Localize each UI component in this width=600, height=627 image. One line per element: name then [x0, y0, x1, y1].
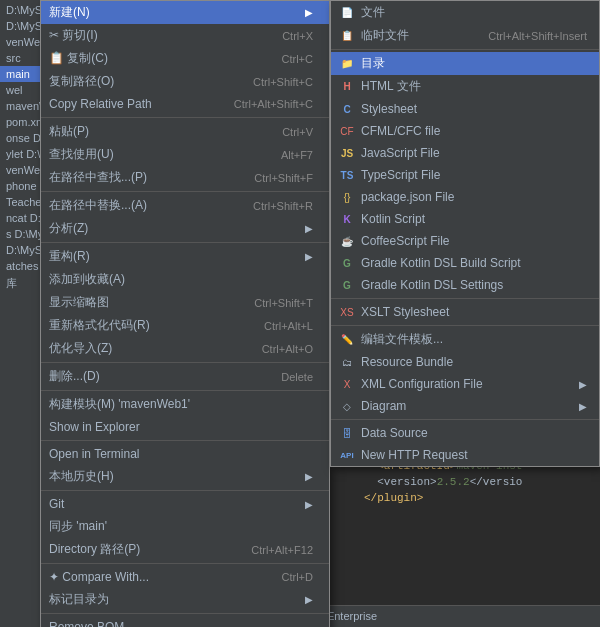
sub-menu-label-8: package.json File: [361, 190, 587, 204]
sub-menu-item-7[interactable]: TSTypeScript File: [331, 164, 599, 186]
pkg-icon: {}: [339, 189, 355, 205]
menu-item-label-21: 同步 'main': [49, 518, 313, 535]
sub-menu-item-19[interactable]: APINew HTTP Request: [331, 444, 599, 466]
menu-item-label-19: 本地历史(H): [49, 468, 297, 485]
sub-menu-item-9[interactable]: KKotlin Script: [331, 208, 599, 230]
html-icon: H: [339, 79, 355, 95]
menu-item-15[interactable]: 删除...(D)Delete: [41, 365, 329, 388]
menu-item-16[interactable]: 构建模块(M) 'mavenWeb1': [41, 393, 329, 416]
menu-item-11[interactable]: 添加到收藏(A): [41, 268, 329, 291]
menu-item-5[interactable]: 粘贴(P)Ctrl+V: [41, 120, 329, 143]
sub-shortcut-1: Ctrl+Alt+Shift+Insert: [488, 30, 587, 42]
menu-item-10[interactable]: 重构(R)▶: [41, 245, 329, 268]
css-icon: C: [339, 101, 355, 117]
sub-menu-label-11: Gradle Kotlin DSL Build Script: [361, 256, 587, 270]
sub-menu-label-4: Stylesheet: [361, 102, 587, 116]
sub-menu-item-4[interactable]: CStylesheet: [331, 98, 599, 120]
sub-menu-item-17[interactable]: ◇Diagram▶: [331, 395, 599, 417]
sub-menu-label-0: 文件: [361, 4, 587, 21]
sub-menu-item-0[interactable]: 📄文件: [331, 1, 599, 24]
cfml-icon: CF: [339, 123, 355, 139]
menu-arrow-icon-19: ▶: [305, 471, 313, 482]
menu-item-shortcut-6: Alt+F7: [281, 149, 313, 161]
menu-separator: [41, 613, 329, 614]
sub-menu-item-16[interactable]: XXML Configuration File▶: [331, 373, 599, 395]
menu-item-14[interactable]: 优化导入(Z)Ctrl+Alt+O: [41, 337, 329, 360]
sub-menu-item-18[interactable]: 🗄Data Source: [331, 422, 599, 444]
menu-item-6[interactable]: 查找使用(U)Alt+F7: [41, 143, 329, 166]
menu-item-label-8: 在路径中替换...(A): [49, 197, 233, 214]
resource-icon: 🗂: [339, 354, 355, 370]
sub-menu-item-6[interactable]: JSJavaScript File: [331, 142, 599, 164]
menu-item-24[interactable]: 标记目录为▶: [41, 588, 329, 611]
menu-item-label-3: 复制路径(O): [49, 73, 233, 90]
js-icon: JS: [339, 145, 355, 161]
sub-menu-label-10: CoffeeScript File: [361, 234, 587, 248]
menu-item-13[interactable]: 重新格式化代码(R)Ctrl+Alt+L: [41, 314, 329, 337]
menu-item-20[interactable]: Git▶: [41, 493, 329, 515]
menu-item-3[interactable]: 复制路径(O)Ctrl+Shift+C: [41, 70, 329, 93]
sub-menu-label-6: JavaScript File: [361, 146, 587, 160]
menu-item-label-25: Remove BOM: [49, 620, 313, 627]
menu-separator: [41, 242, 329, 243]
xslt-icon: XS: [339, 304, 355, 320]
sub-menu-label-12: Gradle Kotlin DSL Settings: [361, 278, 587, 292]
sub-menu-item-14[interactable]: ✏️编辑文件模板...: [331, 328, 599, 351]
sub-menu-item-10[interactable]: ☕CoffeeScript File: [331, 230, 599, 252]
sub-menu-label-1: 临时文件: [361, 27, 488, 44]
menu-item-shortcut-3: Ctrl+Shift+C: [253, 76, 313, 88]
menu-item-label-4: Copy Relative Path: [49, 97, 214, 111]
menu-item-22[interactable]: Directory 路径(P)Ctrl+Alt+F12: [41, 538, 329, 561]
sub-menu-label-13: XSLT Stylesheet: [361, 305, 587, 319]
sub-separator: [331, 49, 599, 50]
code-line: </plugin>: [364, 490, 596, 506]
sub-menu-item-8[interactable]: {}package.json File: [331, 186, 599, 208]
menu-item-25[interactable]: Remove BOM: [41, 616, 329, 627]
menu-item-shortcut-15: Delete: [281, 371, 313, 383]
menu-arrow-icon-10: ▶: [305, 251, 313, 262]
sub-menu-item-5[interactable]: CFCFML/CFC file: [331, 120, 599, 142]
menu-item-7[interactable]: 在路径中查找...(P)Ctrl+Shift+F: [41, 166, 329, 189]
sub-menu-item-15[interactable]: 🗂Resource Bundle: [331, 351, 599, 373]
menu-item-shortcut-1: Ctrl+X: [282, 30, 313, 42]
coffee-icon: ☕: [339, 233, 355, 249]
menu-item-17[interactable]: Show in Explorer: [41, 416, 329, 438]
sub-menu-label-18: Data Source: [361, 426, 587, 440]
menu-item-shortcut-22: Ctrl+Alt+F12: [251, 544, 313, 556]
menu-item-23[interactable]: ✦ Compare With...Ctrl+D: [41, 566, 329, 588]
menu-item-9[interactable]: 分析(Z)▶: [41, 217, 329, 240]
sub-menu-label-14: 编辑文件模板...: [361, 331, 587, 348]
menu-item-label-5: 粘贴(P): [49, 123, 262, 140]
menu-item-label-24: 标记目录为: [49, 591, 297, 608]
menu-item-shortcut-13: Ctrl+Alt+L: [264, 320, 313, 332]
menu-item-1[interactable]: ✂ 剪切(I)Ctrl+X: [41, 24, 329, 47]
menu-item-2[interactable]: 📋 复制(C)Ctrl+C: [41, 47, 329, 70]
menu-item-21[interactable]: 同步 'main': [41, 515, 329, 538]
menu-item-0[interactable]: 新建(N)▶: [41, 1, 329, 24]
sub-menu-item-1[interactable]: 📋临时文件Ctrl+Alt+Shift+Insert: [331, 24, 599, 47]
sub-menu-item-13[interactable]: XSXSLT Stylesheet: [331, 301, 599, 323]
menu-separator: [41, 440, 329, 441]
menu-item-4[interactable]: Copy Relative PathCtrl+Alt+Shift+C: [41, 93, 329, 115]
gradle-icon: G: [339, 277, 355, 293]
sub-menu-item-11[interactable]: GGradle Kotlin DSL Build Script: [331, 252, 599, 274]
menu-item-shortcut-2: Ctrl+C: [282, 53, 313, 65]
sub-arrow-icon-17: ▶: [579, 401, 587, 412]
menu-separator: [41, 117, 329, 118]
menu-item-18[interactable]: Open in Terminal: [41, 443, 329, 465]
sub-arrow-icon-16: ▶: [579, 379, 587, 390]
menu-item-label-12: 显示缩略图: [49, 294, 234, 311]
menu-separator: [41, 191, 329, 192]
kotlin-icon: K: [339, 211, 355, 227]
menu-item-12[interactable]: 显示缩略图Ctrl+Shift+T: [41, 291, 329, 314]
menu-item-shortcut-4: Ctrl+Alt+Shift+C: [234, 98, 313, 110]
sub-separator: [331, 298, 599, 299]
diagram-icon: ◇: [339, 398, 355, 414]
sub-menu-item-12[interactable]: GGradle Kotlin DSL Settings: [331, 274, 599, 296]
menu-item-19[interactable]: 本地历史(H)▶: [41, 465, 329, 488]
sub-menu-item-2[interactable]: 📁目录: [331, 52, 599, 75]
menu-item-8[interactable]: 在路径中替换...(A)Ctrl+Shift+R: [41, 194, 329, 217]
sub-menu-item-3[interactable]: HHTML 文件: [331, 75, 599, 98]
menu-separator: [41, 390, 329, 391]
sub-menu-label-16: XML Configuration File: [361, 377, 579, 391]
